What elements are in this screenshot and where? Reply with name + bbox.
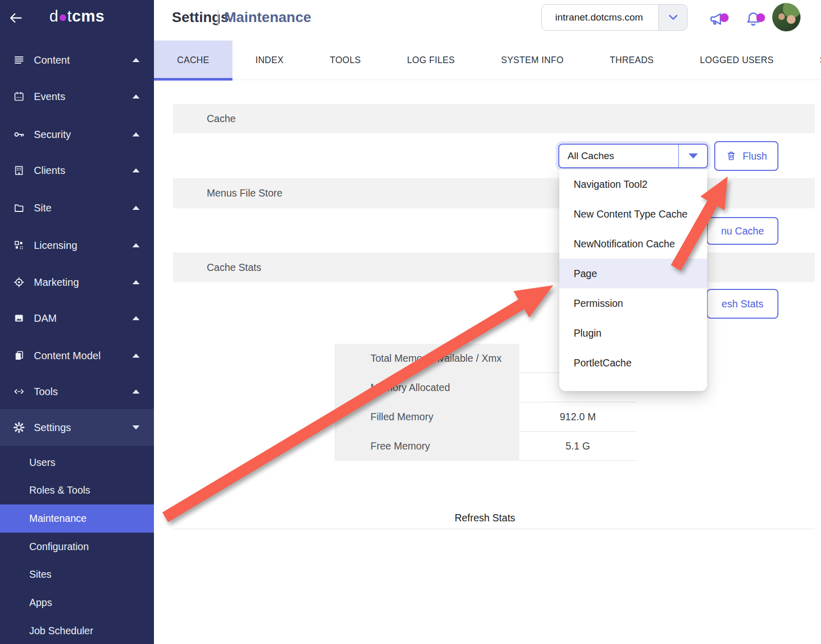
tab-cache[interactable]: CACHE: [154, 41, 232, 80]
tab-system-jobs[interactable]: SYSTEM JOBS: [797, 41, 821, 80]
notification-dot: [720, 13, 729, 22]
sidebar-item-tools[interactable]: Tools: [0, 373, 154, 410]
tab-log-files[interactable]: LOG FILES: [384, 41, 478, 80]
calendar-icon: [12, 91, 26, 102]
cache-select[interactable]: All Caches: [558, 144, 708, 168]
sidebar-item-site[interactable]: Site: [0, 189, 154, 226]
cache-select-toggle[interactable]: [678, 145, 707, 167]
maintenance-tabbar: CACHE INDEX TOOLS LOG FILES SYSTEM INFO …: [154, 41, 821, 80]
site-selector[interactable]: intranet.dotcms.com: [541, 4, 688, 31]
chevron-up-icon[interactable]: [132, 168, 140, 172]
chevron-up-icon[interactable]: [132, 206, 140, 210]
chevron-up-icon[interactable]: [132, 389, 140, 394]
title-divider: [218, 10, 219, 26]
flush-button[interactable]: Flush: [714, 141, 778, 171]
table-row: Filled Memory 912.0 M: [335, 402, 636, 432]
logo-dot-icon: [60, 14, 66, 21]
sidebar-item-content[interactable]: Content: [0, 42, 154, 79]
sidebar-item-users[interactable]: Users: [0, 448, 154, 477]
sidebar-item-licensing[interactable]: Licensing: [0, 227, 154, 264]
logo-text: t: [67, 7, 72, 25]
chevron-up-icon[interactable]: [132, 243, 140, 247]
refresh-stats-link[interactable]: Refresh Stats: [173, 512, 797, 524]
sidebar-item-clients[interactable]: Clients: [0, 152, 154, 189]
dropdown-option-new-content-type-cache[interactable]: New Content Type Cache: [559, 199, 707, 229]
menu-lines-icon: [12, 54, 26, 66]
dropdown-option-plugin[interactable]: Plugin: [559, 318, 707, 348]
chevron-up-icon[interactable]: [132, 280, 140, 284]
sidebar-item-marketing[interactable]: Marketing: [0, 264, 154, 301]
sidebar-header: dtcms: [0, 0, 154, 36]
divider: [173, 529, 815, 530]
building-icon: [12, 165, 26, 176]
section-header-menus-file-store: Menus File Store: [173, 178, 815, 208]
sidebar: dtcms Content Events Security Clients Si…: [0, 0, 154, 644]
flush-button-label: Flush: [742, 150, 767, 162]
top-header: Settings Maintenance intranet.dotcms.com: [154, 0, 821, 41]
sidebar-item-settings[interactable]: Settings: [0, 409, 154, 446]
dropdown-option-portletcache[interactable]: PortletCache: [559, 348, 707, 378]
sidebar-item-dam[interactable]: DAM: [0, 300, 154, 337]
target-icon: [12, 277, 26, 288]
tab-logged-users[interactable]: LOGGED USERS: [677, 41, 797, 80]
tab-system-info[interactable]: SYSTEM INFO: [478, 41, 587, 80]
sidebar-item-configuration[interactable]: Configuration: [0, 533, 154, 561]
image-icon: [12, 313, 26, 324]
chevron-up-icon[interactable]: [132, 132, 140, 136]
flush-menu-cache-button[interactable]: nu Cache: [707, 217, 778, 245]
dropdown-option-navigation-tool2[interactable]: Navigation Tool2: [559, 169, 707, 199]
pages-icon: [12, 350, 26, 361]
site-selector-value: intranet.dotcms.com: [542, 12, 643, 23]
user-avatar[interactable]: [772, 3, 800, 31]
section-header-cache: Cache: [173, 104, 815, 133]
chevron-down-icon[interactable]: [132, 425, 140, 430]
page-title: Settings: [172, 9, 228, 26]
dropdown-option-permission[interactable]: Permission: [559, 288, 707, 318]
section-header-cache-stats: Cache Stats: [173, 252, 815, 282]
sidebar-item-roles-tools[interactable]: Roles & Tools: [0, 476, 154, 504]
notifications-button[interactable]: [745, 10, 762, 28]
sidebar-item-sites[interactable]: Sites: [0, 560, 154, 589]
chevron-up-icon[interactable]: [132, 354, 140, 358]
page-subtitle: Maintenance: [224, 9, 311, 26]
sidebar-item-apps[interactable]: Apps: [0, 589, 154, 617]
dotcms-logo: dtcms: [0, 7, 154, 26]
tab-threads[interactable]: THREADS: [587, 41, 677, 80]
tab-index[interactable]: INDEX: [232, 41, 307, 80]
folder-icon: [12, 202, 26, 213]
dropdown-option-newnotification-cache[interactable]: NewNotification Cache: [559, 229, 707, 259]
logo-text: cms: [72, 7, 105, 25]
dropdown-option-page[interactable]: Page: [559, 259, 707, 288]
chevron-up-icon[interactable]: [132, 94, 140, 99]
announcements-button[interactable]: [708, 10, 726, 28]
sidebar-item-maintenance[interactable]: Maintenance: [0, 504, 154, 533]
sidebar-item-security[interactable]: Security: [0, 116, 154, 153]
tab-tools[interactable]: TOOLS: [307, 41, 384, 80]
menu-cache-button-label: nu Cache: [721, 225, 764, 237]
sidebar-item-content-model[interactable]: Content Model: [0, 337, 154, 374]
notification-dot: [756, 13, 765, 22]
key-icon: [12, 129, 26, 140]
qr-code-icon: [12, 240, 26, 251]
cache-select-value: All Caches: [559, 150, 614, 162]
sidebar-item-events[interactable]: Events: [0, 78, 154, 115]
refresh-stats-button[interactable]: esh Stats: [707, 289, 778, 319]
table-row: Free Memory 5.1 G: [335, 432, 636, 461]
chevron-down-icon: [669, 15, 677, 20]
chevron-up-icon[interactable]: [132, 58, 140, 62]
site-selector-toggle[interactable]: [658, 5, 687, 30]
code-icon: [12, 386, 26, 397]
logo-text: d: [49, 7, 58, 25]
sidebar-item-job-scheduler[interactable]: Job Scheduler: [0, 617, 154, 644]
gear-icon: [12, 422, 26, 433]
chevron-down-icon: [689, 153, 698, 159]
stats-button-label: esh Stats: [721, 298, 763, 310]
trash-icon: [726, 150, 737, 162]
dotcms-app: dtcms Content Events Security Clients Si…: [0, 0, 821, 644]
cache-dropdown-panel: Navigation Tool2 New Content Type Cache …: [559, 169, 707, 391]
chevron-up-icon[interactable]: [132, 316, 140, 320]
